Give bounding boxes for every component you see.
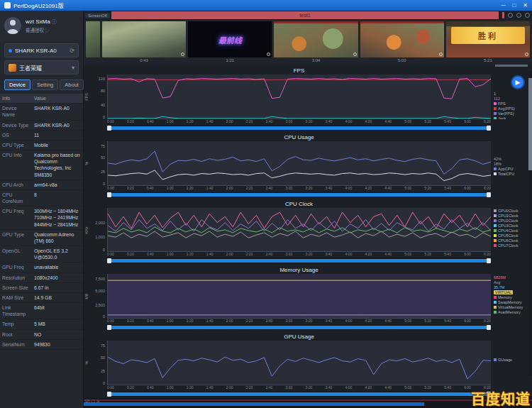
row-label: Resolution <box>0 273 32 282</box>
screenshot-thumbnail[interactable] <box>86 21 100 64</box>
row-label: Link Timestamp <box>0 303 32 319</box>
gear-icon[interactable] <box>525 13 530 18</box>
refresh-icon[interactable]: ⟳ <box>70 48 74 54</box>
legend-item-CPU0Clock[interactable]: CPU0Clock <box>494 209 528 213</box>
x-tick-label: 1:00 <box>167 119 174 125</box>
legend-item-AppCPU[interactable]: AppCPU <box>494 167 528 171</box>
time-range-slider[interactable] <box>107 392 491 397</box>
y-tick-label: 0 <box>103 381 105 385</box>
legend-item-Jank[interactable]: Jank <box>494 116 528 119</box>
slider-handle-left[interactable] <box>107 258 111 263</box>
screenshot-thumbnail[interactable]: 最前线1:21 <box>188 21 272 64</box>
plot-area-gpu[interactable] <box>107 341 491 385</box>
plot-area-fps[interactable] <box>107 75 491 119</box>
legend-swatch-icon <box>494 229 497 232</box>
slider-handle-left[interactable] <box>107 192 111 197</box>
close-button[interactable]: ✕ <box>523 2 528 9</box>
legend-item-CPU4Clock[interactable]: CPU4Clock <box>494 228 528 233</box>
x-tick-label: 5:40 <box>444 252 451 258</box>
slider-handle-right[interactable] <box>487 126 491 131</box>
region-box-icon[interactable]: □ <box>92 399 94 404</box>
row-label: GPU Freq <box>0 263 32 272</box>
scrollbar-thumb[interactable] <box>528 78 532 170</box>
x-tick-label: 0:40 <box>147 186 154 192</box>
minimize-button[interactable]: ─ <box>501 2 506 9</box>
plot-area-clock[interactable] <box>107 208 491 253</box>
screenshot-thumbnail[interactable]: 3:04 <box>274 21 358 64</box>
tab-setting[interactable]: Setting <box>32 79 58 90</box>
thumb-scrollbar[interactable] <box>495 65 528 67</box>
x-tick-label: 6:00 <box>464 119 471 125</box>
tab-about[interactable]: About <box>60 79 84 90</box>
user-card[interactable]: wzt SxMaⓘ 普通授权 ▷ <box>0 11 83 40</box>
chart-icon[interactable] <box>516 13 521 18</box>
x-tick-label: 2:40 <box>266 252 273 258</box>
legend-item-Memory[interactable]: Memory <box>494 295 528 299</box>
x-tick-label: 4:00 <box>345 252 352 258</box>
x-tick-label: 1:40 <box>206 119 214 125</box>
legend-item-CPU3Clock[interactable]: CPU3Clock <box>494 224 528 228</box>
maximize-button[interactable]: □ <box>512 2 516 9</box>
slider-handle-right[interactable] <box>487 325 491 330</box>
slider-handle-right[interactable] <box>487 192 491 197</box>
device-select-label: SHARK KSR-A0 <box>15 48 67 54</box>
chart-gpu: GPU Usage%7550250GUsage0:000:200:401:001… <box>84 333 528 398</box>
x-tick-label: 0:00 <box>107 119 114 125</box>
slider-handle-right[interactable] <box>487 258 491 263</box>
legend-item-AvailMemory[interactable]: AvailMemory <box>494 310 528 314</box>
legend-item-FPS[interactable]: FPS <box>494 101 528 106</box>
legend-item-GUsage[interactable]: GUsage <box>494 358 528 362</box>
play-button[interactable]: ▶ <box>511 75 525 89</box>
plot-area-cpu[interactable] <box>107 141 491 186</box>
caret-down-icon[interactable]: ▾ <box>72 65 74 71</box>
x-axis: 0:000:200:401:001:201:402:002:202:403:00… <box>107 319 491 324</box>
thumbnail-image: 最前线 <box>188 21 272 57</box>
table-row: CPU CoreNum8 <box>0 190 83 206</box>
legend-item-CPU6Clock[interactable]: CPU6Clock <box>494 238 528 243</box>
chart-title-cpu: CPU Usage <box>107 133 491 141</box>
legend-item-TotalCPU[interactable]: TotalCPU <box>494 172 528 176</box>
app-select[interactable]: 王者荣耀 ▾ <box>4 60 79 75</box>
screenshot-thumbnail[interactable]: 胜利5:21 <box>446 21 530 64</box>
legend-swatch-icon <box>494 301 497 304</box>
x-tick-label: 5:20 <box>424 385 431 391</box>
time-range-slider[interactable] <box>107 126 491 131</box>
table-row: CPU TypeMobile <box>0 140 83 150</box>
legend-item-Avg(FPS)[interactable]: Avg(FPS) <box>494 106 528 111</box>
curve-icon[interactable]: ≈ <box>97 399 100 404</box>
charts: FPSFPS12080400▶1112FPSAvg(FPS)Var(FPS)Ja… <box>84 65 532 398</box>
legend-item-VirtualMemory[interactable]: VirtualMemory <box>494 305 528 309</box>
screenshot-thumbnail[interactable]: 5:00 <box>360 21 444 64</box>
slider-handle-left[interactable] <box>107 325 111 330</box>
x-tick-label: 1:40 <box>206 385 214 391</box>
slider-handle-left[interactable] <box>107 392 111 397</box>
legend-item-SwapMemory[interactable]: SwapMemory <box>494 300 528 304</box>
tab-device[interactable]: Device <box>4 79 31 90</box>
thumbnail-timestamp: 0:43 <box>102 57 186 64</box>
global-progress[interactable] <box>84 402 424 406</box>
legend-item-CPU5Clock[interactable]: CPU5Clock <box>494 233 528 238</box>
thumbnail-image <box>274 21 358 57</box>
marker-icon[interactable] <box>502 12 504 18</box>
time-range-slider[interactable] <box>107 325 491 330</box>
x-tick-label: 6:00 <box>464 186 471 192</box>
plot-area-memory[interactable] <box>107 274 491 319</box>
annotation-region[interactable]: test1 <box>111 11 499 19</box>
screenshot-thumbnail[interactable]: 0:43 <box>102 21 186 64</box>
camera-icon[interactable] <box>508 13 513 18</box>
x-tick-label: 5:00 <box>404 319 411 324</box>
annotation-chip[interactable]: ScreenOff <box>85 13 110 18</box>
time-range-slider[interactable] <box>107 258 491 263</box>
thumbnail-image <box>102 21 186 57</box>
slider-handle-left[interactable] <box>107 126 111 131</box>
time-range-slider[interactable] <box>107 192 491 197</box>
legend-item-CPU2Clock[interactable]: CPU2Clock <box>494 219 528 223</box>
device-select[interactable]: SHARK KSR-A0 ⟳ <box>4 43 79 57</box>
x-tick-label: 0:00 <box>107 319 114 324</box>
x-tick-label: 5:40 <box>444 385 451 391</box>
legend-item-Var(FPS)[interactable]: Var(FPS) <box>494 111 528 116</box>
legend-item-CPU1Clock[interactable]: CPU1Clock <box>494 214 528 218</box>
legend-item-CPU7Clock[interactable]: CPU7Clock <box>494 243 528 248</box>
vertical-scrollbar[interactable] <box>528 71 532 376</box>
select-mode-icon[interactable]: ☑ <box>85 399 89 404</box>
